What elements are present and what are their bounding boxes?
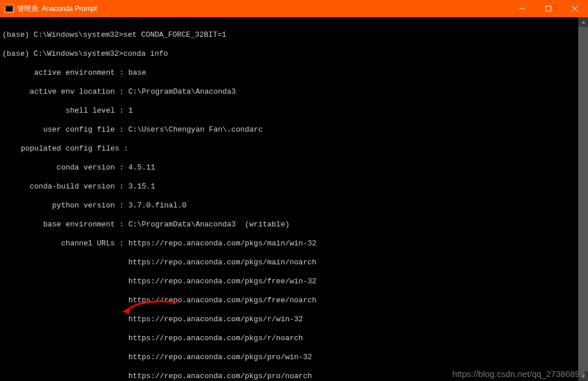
svg-rect-3 (546, 6, 551, 11)
info-row: https://repo.anaconda.com/pkgs/pro/win-3… (2, 353, 576, 363)
app-icon (5, 4, 14, 13)
vertical-scrollbar[interactable] (578, 17, 588, 381)
watermark-text: https://blog.csdn.net/qq_27386899 (452, 369, 585, 379)
info-row: https://repo.anaconda.com/pkgs/r/win-32 (2, 315, 576, 325)
prompt-line: (base) C:\Windows\system32>conda info (2, 49, 168, 58)
close-button[interactable] (562, 0, 588, 17)
info-row: conda-build version : 3.15.1 (2, 182, 576, 192)
info-row: https://repo.anaconda.com/pkgs/free/noar… (2, 296, 576, 306)
info-row: active environment : base (2, 68, 576, 78)
terminal-output[interactable]: (base) C:\Windows\system32>set CONDA_FOR… (0, 17, 578, 381)
maximize-button[interactable] (535, 0, 562, 17)
scroll-track[interactable] (578, 27, 588, 371)
svg-rect-1 (5, 5, 13, 7)
prompt-line: (base) C:\Windows\system32>set CONDA_FOR… (2, 30, 226, 39)
info-row: active env location : C:\ProgramData\Ana… (2, 87, 576, 97)
scroll-thumb[interactable] (578, 27, 588, 371)
info-row: python version : 3.7.0.final.0 (2, 201, 576, 211)
info-row: shell level : 1 (2, 106, 576, 116)
info-row: populated config files : (2, 144, 576, 154)
info-row: https://repo.anaconda.com/pkgs/free/win-… (2, 277, 576, 287)
info-row: channel URLs : https://repo.anaconda.com… (2, 239, 576, 249)
info-row: conda version : 4.5.11 (2, 163, 576, 173)
terminal-area: (base) C:\Windows\system32>set CONDA_FOR… (0, 17, 588, 381)
window-titlebar: 管理员: Anaconda Prompt (0, 0, 588, 17)
info-row: https://repo.anaconda.com/pkgs/r/noarch (2, 334, 576, 344)
info-row: base environment : C:\ProgramData\Anacon… (2, 220, 576, 230)
info-row: user config file : C:\Users\Chengyan Fan… (2, 125, 576, 135)
scroll-up-icon[interactable] (578, 17, 588, 27)
info-row: https://repo.anaconda.com/pkgs/main/noar… (2, 258, 576, 268)
window-title: 管理员: Anaconda Prompt (17, 4, 509, 14)
svg-marker-6 (582, 21, 585, 24)
minimize-button[interactable] (509, 0, 535, 17)
